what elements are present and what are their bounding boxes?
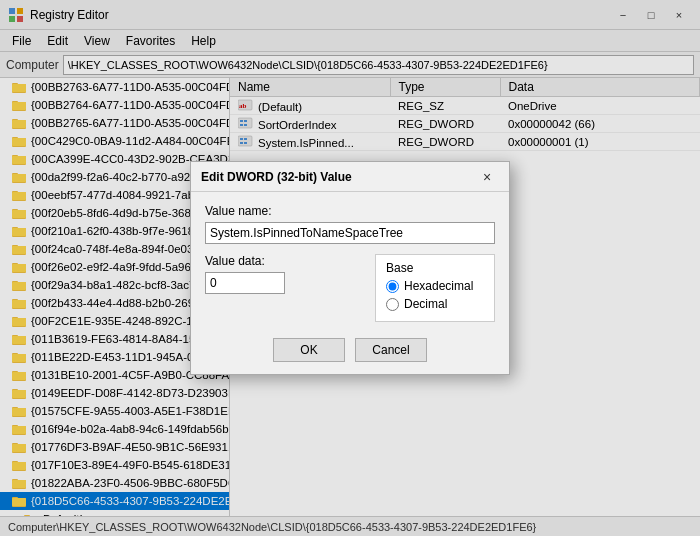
hex-label: Hexadecimal (404, 279, 473, 293)
dialog-title: Edit DWORD (32-bit) Value (201, 170, 352, 184)
ok-button[interactable]: OK (273, 338, 345, 362)
cancel-button[interactable]: Cancel (355, 338, 427, 362)
base-col: Base Hexadecimal Decimal (375, 254, 495, 334)
base-label: Base (386, 261, 484, 275)
dialog-close-button[interactable]: × (475, 167, 499, 187)
dialog-body: Value name: Value data: Base Hexadecimal (191, 192, 509, 374)
dialog-title-bar: Edit DWORD (32-bit) Value × (191, 162, 509, 192)
dialog-row: Value data: Base Hexadecimal Decimal (205, 254, 495, 334)
value-data-label: Value data: (205, 254, 363, 268)
value-name-label: Value name: (205, 204, 495, 218)
value-data-col: Value data: (205, 254, 363, 334)
dec-radio[interactable] (386, 298, 399, 311)
hex-radio-label[interactable]: Hexadecimal (386, 279, 484, 293)
value-data-input[interactable] (205, 272, 285, 294)
dec-radio-label[interactable]: Decimal (386, 297, 484, 311)
edit-dword-dialog: Edit DWORD (32-bit) Value × Value name: … (190, 161, 510, 375)
dialog-overlay: Edit DWORD (32-bit) Value × Value name: … (0, 0, 700, 536)
base-group: Base Hexadecimal Decimal (375, 254, 495, 322)
value-name-input[interactable] (205, 222, 495, 244)
hex-radio[interactable] (386, 280, 399, 293)
dec-label: Decimal (404, 297, 447, 311)
dialog-buttons: OK Cancel (205, 338, 495, 362)
